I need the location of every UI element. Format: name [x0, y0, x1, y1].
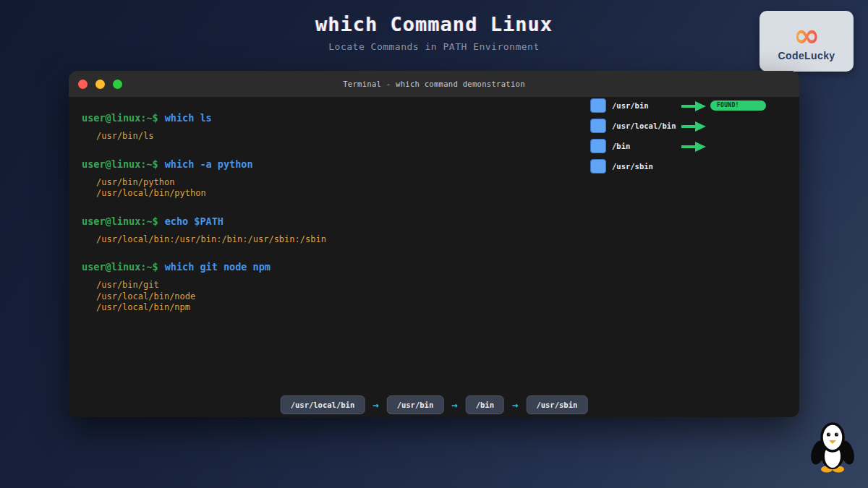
directory-icon	[590, 98, 606, 113]
prompt-label: user@linux:~$	[82, 215, 158, 227]
flow-arrow-icon: →	[512, 399, 518, 411]
prompt-line: user@linux:~$which ls	[82, 111, 516, 124]
flow-arrow-icon: →	[451, 399, 457, 411]
infinity-logo-icon: ∞	[793, 21, 820, 50]
output-line: /usr/local/bin/python	[96, 188, 516, 200]
terminal-body[interactable]: user@linux:~$which ls/usr/bin/lsuser@lin…	[69, 97, 799, 417]
path-order-flow: /usr/local/bin→/usr/bin→/bin→/usr/sbin	[281, 395, 588, 414]
path-row: /usr/sbin	[590, 159, 786, 174]
command-outputs: /usr/bin/git/usr/local/bin/node/usr/loca…	[82, 280, 516, 314]
tux-penguin-icon	[810, 421, 855, 473]
command-outputs: /usr/local/bin:/usr/bin:/bin:/usr/sbin:/…	[82, 234, 516, 246]
page-subtitle: Locate Commands in PATH Environment	[0, 41, 868, 52]
command-text: which -a python	[165, 158, 253, 170]
window-controls	[78, 71, 122, 97]
directory-icon	[590, 159, 606, 174]
flow-path-box: /usr/bin	[387, 395, 444, 414]
path-label: /usr/sbin	[612, 162, 653, 171]
terminal-entry: user@linux:~$which ls/usr/bin/ls	[82, 111, 516, 142]
command-text: echo $PATH	[165, 215, 224, 227]
terminal-entry: user@linux:~$which git node npm/usr/bin/…	[82, 260, 516, 314]
prompt-label: user@linux:~$	[82, 158, 158, 170]
terminal-title: Terminal - which command demonstration	[69, 80, 799, 88]
console-output: user@linux:~$which ls/usr/bin/lsuser@lin…	[82, 111, 516, 329]
search-arrow-icon	[681, 100, 706, 111]
flow-path-box: /usr/local/bin	[281, 395, 365, 414]
prompt-line: user@linux:~$which git node npm	[82, 260, 516, 273]
page-header: which Command Linux Locate Commands in P…	[0, 13, 868, 52]
path-row: /usr/local/bin	[590, 119, 786, 133]
output-line: /usr/local/bin/node	[96, 291, 516, 303]
prompt-label: user@linux:~$	[82, 261, 158, 273]
directory-icon	[590, 119, 606, 133]
terminal-entry: user@linux:~$which -a python/usr/bin/pyt…	[82, 158, 516, 200]
prompt-label: user@linux:~$	[82, 112, 158, 124]
prompt-line: user@linux:~$which -a python	[82, 158, 516, 171]
maximize-icon[interactable]	[113, 80, 122, 89]
flow-arrow-icon: →	[373, 399, 378, 411]
path-label: /bin	[612, 142, 630, 150]
terminal-entry: user@linux:~$echo $PATH/usr/local/bin:/u…	[82, 215, 516, 246]
close-icon[interactable]	[78, 80, 88, 89]
terminal-titlebar: Terminal - which command demonstration	[69, 71, 799, 97]
codelucky-logo: ∞ CodeLucky	[760, 11, 854, 72]
flow-path-box: /bin	[466, 395, 504, 414]
found-badge: FOUND!	[710, 100, 766, 111]
search-arrow-icon	[681, 121, 706, 131]
minimize-icon[interactable]	[95, 80, 105, 89]
command-outputs: /usr/bin/ls	[82, 131, 516, 142]
logo-text: CodeLucky	[778, 50, 835, 61]
path-row: /usr/binFOUND!	[590, 98, 786, 113]
directory-icon	[590, 139, 606, 153]
search-arrow-icon	[681, 141, 706, 151]
page-title: which Command Linux	[0, 13, 868, 35]
flow-path-box: /usr/sbin	[526, 395, 587, 414]
path-label: /usr/bin	[612, 101, 649, 110]
output-line: /usr/bin/ls	[96, 131, 516, 142]
command-outputs: /usr/bin/python/usr/local/bin/python	[82, 177, 516, 200]
output-line: /usr/local/bin/npm	[96, 302, 516, 314]
output-line: /usr/bin/git	[96, 280, 516, 291]
output-line: /usr/local/bin:/usr/bin:/bin:/usr/sbin:/…	[96, 234, 516, 246]
path-label: /usr/local/bin	[612, 121, 676, 130]
command-text: which git node npm	[165, 261, 271, 273]
command-text: which ls	[165, 112, 212, 124]
path-search-panel: /usr/binFOUND!/usr/local/bin/bin/usr/sbi…	[590, 98, 786, 179]
prompt-line: user@linux:~$echo $PATH	[82, 215, 516, 228]
terminal-window: Terminal - which command demonstration u…	[69, 71, 799, 417]
output-line: /usr/bin/python	[96, 177, 516, 189]
path-row: /bin	[590, 139, 786, 153]
